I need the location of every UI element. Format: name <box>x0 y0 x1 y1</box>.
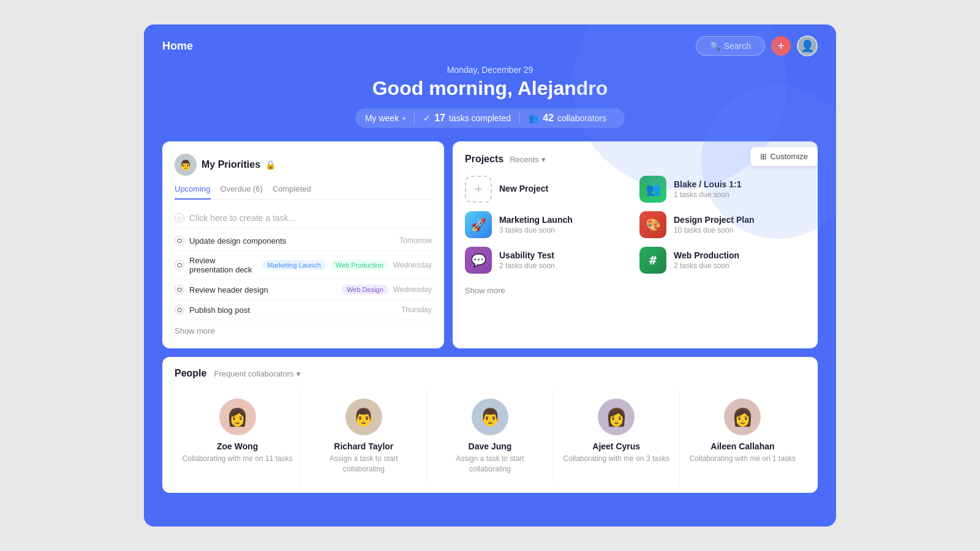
tag-webprod[interactable]: Web Production <box>331 260 388 270</box>
person-avatar-aileen: 👩 <box>724 399 761 435</box>
lock-icon: 🔒 <box>265 160 276 170</box>
people-header: People Frequent collaborators ▾ <box>175 368 805 379</box>
task-check-2[interactable]: ○ <box>175 260 184 270</box>
project-item-new[interactable]: + New Project <box>465 176 631 203</box>
person-desc-ajeet: Collaborating with me on 3 tasks <box>564 454 669 464</box>
recents-label: Recents <box>510 155 539 164</box>
user-avatar[interactable]: 👤 <box>797 36 818 56</box>
week-selector[interactable]: My week ▾ <box>365 113 414 123</box>
task-row: ○ Update design components Tomorrow <box>175 231 432 251</box>
project-name-usability: Usability Test <box>499 250 555 260</box>
design-icon: 🎨 <box>646 217 661 232</box>
chevron-down-icon: ▾ <box>402 115 405 122</box>
projects-title: Projects <box>465 154 503 165</box>
priorities-avatar: 👨 <box>175 154 197 176</box>
tab-upcoming[interactable]: Upcoming <box>175 184 211 200</box>
priorities-show-more[interactable]: Show more <box>175 320 215 335</box>
person-avatar-zoe: 👩 <box>219 399 256 435</box>
project-item-marketing[interactable]: 🚀 Marketing Launch 3 tasks due soon <box>465 211 631 238</box>
customize-label: Customize <box>771 152 808 161</box>
freq-label: Frequent collaborators <box>214 369 293 378</box>
priorities-title: My Priorities <box>202 159 260 170</box>
priorities-tabs: Upcoming Overdue (6) Completed <box>175 184 432 200</box>
task-name-4: Publish blog post <box>189 305 396 315</box>
tag-webdesign[interactable]: Web Design <box>342 285 388 294</box>
priorities-header: 👨 My Priorities 🔒 <box>175 154 432 176</box>
person-card-zoe[interactable]: 👩 Zoe Wong Collaborating with me on 11 t… <box>175 389 301 484</box>
webprod-icon: # <box>649 253 657 268</box>
projects-show-more[interactable]: Show more <box>465 280 505 295</box>
customize-button[interactable]: ⊞ Customize <box>750 147 818 166</box>
frequent-collaborators-button[interactable]: Frequent collaborators ▾ <box>214 369 300 378</box>
task-name-2: Review presentation deck <box>189 256 257 274</box>
project-tasks-webprod: 2 tasks due soon <box>674 261 739 270</box>
project-info-marketing: Marketing Launch 3 tasks due soon <box>499 215 573 234</box>
project-name-marketing: Marketing Launch <box>499 215 573 225</box>
people-icon: 👥 <box>529 113 539 123</box>
task-check-1[interactable]: ○ <box>175 236 184 246</box>
project-icon-new: + <box>465 176 492 203</box>
tab-overdue[interactable]: Overdue (6) <box>221 184 263 200</box>
task-name-3: Review header design <box>189 285 337 294</box>
project-info-new: New Project <box>499 184 548 195</box>
project-icon-marketing: 🚀 <box>465 211 492 238</box>
person-avatar-dave: 👨 <box>472 399 508 435</box>
task-row: ○ Review header design Web Design Wednes… <box>175 280 432 300</box>
task-date-1: Tomorrow <box>399 236 432 245</box>
tab-completed[interactable]: Completed <box>273 184 311 200</box>
person-name-ajeet: Ajeet Cyrus <box>592 441 640 451</box>
people-section: People Frequent collaborators ▾ 👩 Zoe Wo… <box>162 357 818 493</box>
check-icon: ✓ <box>423 113 431 123</box>
app-title: Home <box>162 40 193 53</box>
project-item-webprod[interactable]: # Web Production 2 tasks due soon <box>639 247 805 274</box>
tasks-label: tasks completed <box>449 113 511 123</box>
person-desc-richard: Assign a task to start collaborating <box>308 454 419 474</box>
person-desc-aileen: Collaborating with me on 1 tasks <box>690 454 796 464</box>
task-date-3: Wednesday <box>393 285 432 294</box>
person-avatar-ajeet: 👩 <box>598 399 635 435</box>
person-name-zoe: Zoe Wong <box>217 441 258 451</box>
usability-icon: 💬 <box>471 253 486 268</box>
tasks-count: 17 <box>434 113 445 124</box>
person-card-dave[interactable]: 👨 Dave Jung Assign a task to start colla… <box>427 389 553 484</box>
person-card-richard[interactable]: 👨 Richard Taylor Assign a task to start … <box>301 389 427 484</box>
people-title: People <box>175 368 206 379</box>
task-date-2: Wednesday <box>393 261 432 269</box>
project-name-new: New Project <box>499 184 548 193</box>
person-card-ajeet[interactable]: 👩 Ajeet Cyrus Collaborating with me on 3… <box>554 389 680 484</box>
aileen-face: 👩 <box>732 407 753 427</box>
avatar-face: 👨 <box>179 159 192 171</box>
person-avatar-richard: 👨 <box>345 399 382 435</box>
create-task-check: ○ <box>175 213 184 223</box>
create-task-placeholder: Click here to create a task... <box>189 213 296 223</box>
tasks-completed-stat: ✓ 17 tasks completed <box>415 113 519 124</box>
project-icon-usability: 💬 <box>465 247 492 274</box>
project-icon-webprod: # <box>639 247 666 274</box>
person-desc-dave: Assign a task to start collaborating <box>434 454 545 474</box>
project-tasks-marketing: 3 tasks due soon <box>499 226 573 234</box>
tag-marketing[interactable]: Marketing Launch <box>262 260 325 270</box>
app-container: Home 🔍 Search + 👤 Monday, December 29 Go… <box>144 24 836 527</box>
project-item-usability[interactable]: 💬 Usability Test 2 tasks due soon <box>465 247 631 274</box>
task-date-4: Thursday <box>401 305 432 314</box>
people-grid: 👩 Zoe Wong Collaborating with me on 11 t… <box>175 389 805 484</box>
task-name-1: Update design components <box>189 236 394 246</box>
marketing-icon: 🚀 <box>471 217 486 232</box>
project-info-webprod: Web Production 2 tasks due soon <box>674 250 739 270</box>
person-desc-zoe: Collaborating with me on 11 tasks <box>183 454 293 464</box>
project-icon-design: 🎨 <box>639 211 666 238</box>
task-check-3[interactable]: ○ <box>175 285 184 294</box>
task-check-4[interactable]: ○ <box>175 305 184 315</box>
task-row: ○ Review presentation deck Marketing Lau… <box>175 251 432 280</box>
person-name-dave: Dave Jung <box>469 441 512 451</box>
priorities-card: 👨 My Priorities 🔒 Upcoming Overdue (6) C… <box>162 141 444 348</box>
create-task-row[interactable]: ○ Click here to create a task... <box>175 208 432 228</box>
project-tasks-usability: 2 tasks due soon <box>499 261 555 270</box>
recents-chevron-icon: ▾ <box>541 155 546 164</box>
ajeet-face: 👩 <box>606 407 627 427</box>
recents-button[interactable]: Recents ▾ <box>510 155 546 164</box>
person-name-richard: Richard Taylor <box>334 441 393 451</box>
week-label: My week <box>365 113 399 123</box>
person-card-aileen[interactable]: 👩 Aileen Callahan Collaborating with me … <box>680 389 805 484</box>
person-name-aileen: Aileen Callahan <box>710 441 774 451</box>
